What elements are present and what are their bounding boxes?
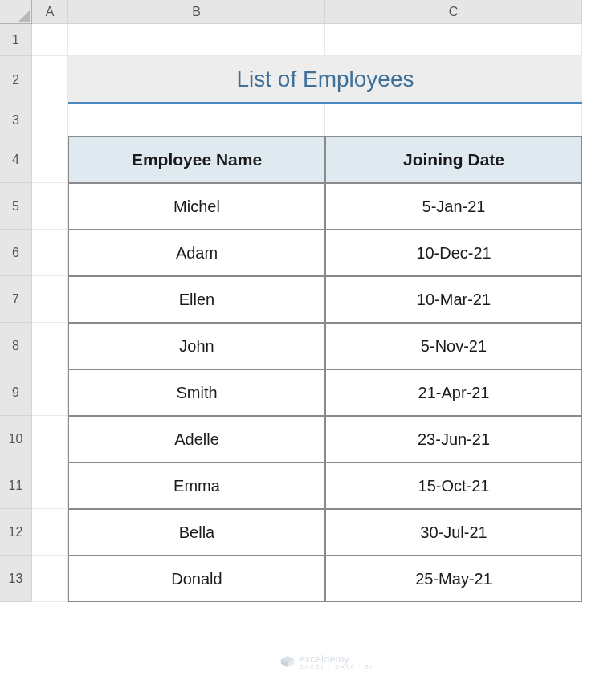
cell-A8[interactable] — [32, 323, 68, 369]
cell-date-8[interactable]: 25-May-21 — [325, 556, 582, 602]
cell-A4[interactable] — [32, 136, 68, 183]
row-header-12[interactable]: 12 — [0, 509, 32, 556]
cell-C3[interactable] — [325, 104, 582, 136]
cell-A1[interactable] — [32, 24, 68, 56]
cell-name-4[interactable]: Smith — [68, 369, 325, 416]
cell-date-0[interactable]: 5-Jan-21 — [325, 183, 582, 230]
watermark-brand: exceldemy — [300, 654, 373, 664]
title-cell[interactable]: List of Employees — [68, 56, 582, 104]
cell-name-5[interactable]: Adelle — [68, 416, 325, 462]
col-header-A[interactable]: A — [32, 0, 68, 24]
row-header-13[interactable]: 13 — [0, 556, 32, 602]
header-employee-name[interactable]: Employee Name — [68, 136, 325, 183]
watermark: exceldemy EXCEL · DATA · BI — [280, 654, 373, 670]
cell-B3[interactable] — [68, 104, 325, 136]
watermark-tag: EXCEL · DATA · BI — [300, 664, 373, 670]
row-header-10[interactable]: 10 — [0, 416, 32, 462]
cell-date-7[interactable]: 30-Jul-21 — [325, 509, 582, 556]
spreadsheet-grid: A B C 1 2 List of Employees 3 4 Employee… — [0, 0, 616, 602]
cell-A7[interactable] — [32, 276, 68, 323]
cell-name-7[interactable]: Bella — [68, 509, 325, 556]
cell-name-0[interactable]: Michel — [68, 183, 325, 230]
row-header-2[interactable]: 2 — [0, 56, 32, 104]
row-header-4[interactable]: 4 — [0, 136, 32, 183]
cell-A6[interactable] — [32, 230, 68, 276]
cell-A5[interactable] — [32, 183, 68, 230]
row-header-5[interactable]: 5 — [0, 183, 32, 230]
cell-date-4[interactable]: 21-Apr-21 — [325, 369, 582, 416]
select-all-corner[interactable] — [0, 0, 32, 24]
cell-name-1[interactable]: Adam — [68, 230, 325, 276]
cell-date-6[interactable]: 15-Oct-21 — [325, 462, 582, 509]
cell-C1[interactable] — [325, 24, 582, 56]
col-header-B[interactable]: B — [68, 0, 325, 24]
cell-A9[interactable] — [32, 369, 68, 416]
cell-A12[interactable] — [32, 509, 68, 556]
cell-A2[interactable] — [32, 56, 68, 104]
cell-name-3[interactable]: John — [68, 323, 325, 369]
cell-A3[interactable] — [32, 104, 68, 136]
row-header-1[interactable]: 1 — [0, 24, 32, 56]
row-header-7[interactable]: 7 — [0, 276, 32, 323]
cell-date-5[interactable]: 23-Jun-21 — [325, 416, 582, 462]
row-header-11[interactable]: 11 — [0, 462, 32, 509]
row-header-6[interactable]: 6 — [0, 230, 32, 276]
header-joining-date[interactable]: Joining Date — [325, 136, 582, 183]
cell-date-1[interactable]: 10-Dec-21 — [325, 230, 582, 276]
row-header-9[interactable]: 9 — [0, 369, 32, 416]
cell-A13[interactable] — [32, 556, 68, 602]
cell-name-2[interactable]: Ellen — [68, 276, 325, 323]
row-header-3[interactable]: 3 — [0, 104, 32, 136]
cell-B1[interactable] — [68, 24, 325, 56]
col-header-C[interactable]: C — [325, 0, 582, 24]
cell-date-3[interactable]: 5-Nov-21 — [325, 323, 582, 369]
cell-A10[interactable] — [32, 416, 68, 462]
cell-A11[interactable] — [32, 462, 68, 509]
cell-name-8[interactable]: Donald — [68, 556, 325, 602]
cell-name-6[interactable]: Emma — [68, 462, 325, 509]
cell-date-2[interactable]: 10-Mar-21 — [325, 276, 582, 323]
cube-icon — [280, 656, 295, 667]
row-header-8[interactable]: 8 — [0, 323, 32, 369]
